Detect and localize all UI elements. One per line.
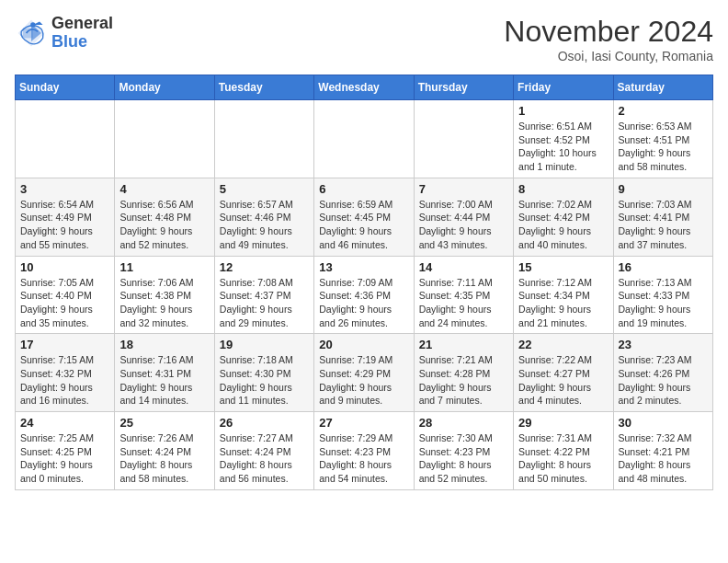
logo: General Blue <box>15 15 113 52</box>
calendar-cell: 11Sunrise: 7:06 AMSunset: 4:38 PMDayligh… <box>115 256 214 334</box>
day-info: Sunrise: 6:59 AMSunset: 4:45 PMDaylight:… <box>319 198 408 252</box>
day-number: 30 <box>619 416 708 430</box>
day-number: 26 <box>220 416 309 430</box>
day-number: 22 <box>518 338 608 351</box>
calendar-cell: 17Sunrise: 7:15 AMSunset: 4:32 PMDayligh… <box>16 334 115 412</box>
calendar-cell: 27Sunrise: 7:29 AMSunset: 4:23 PMDayligh… <box>314 412 414 490</box>
day-info: Sunrise: 7:16 AMSunset: 4:31 PMDaylight:… <box>119 353 209 408</box>
day-info: Sunrise: 7:31 AMSunset: 4:22 PMDaylight:… <box>518 431 608 486</box>
calendar-cell: 3Sunrise: 6:54 AMSunset: 4:49 PMDaylight… <box>16 178 115 256</box>
day-number: 29 <box>518 416 608 430</box>
calendar-cell: 4Sunrise: 6:56 AMSunset: 4:48 PMDaylight… <box>115 178 214 256</box>
day-number: 11 <box>119 260 209 274</box>
calendar-cell: 16Sunrise: 7:13 AMSunset: 4:33 PMDayligh… <box>613 256 712 334</box>
calendar-cell: 9Sunrise: 7:03 AMSunset: 4:41 PMDaylight… <box>613 178 712 256</box>
day-number: 16 <box>619 260 708 274</box>
day-number: 17 <box>20 338 109 351</box>
calendar-week-row: 24Sunrise: 7:25 AMSunset: 4:25 PMDayligh… <box>16 412 713 490</box>
calendar-cell: 15Sunrise: 7:12 AMSunset: 4:34 PMDayligh… <box>514 256 613 334</box>
calendar-cell: 25Sunrise: 7:26 AMSunset: 4:24 PMDayligh… <box>115 412 214 490</box>
day-number: 27 <box>319 416 408 430</box>
calendar-cell: 1Sunrise: 6:51 AMSunset: 4:52 PMDaylight… <box>514 100 613 178</box>
calendar-cell: 10Sunrise: 7:05 AMSunset: 4:40 PMDayligh… <box>16 256 115 334</box>
calendar-cell: 26Sunrise: 7:27 AMSunset: 4:24 PMDayligh… <box>214 412 313 490</box>
title-area: November 2024 Osoi, Iasi County, Romania <box>504 15 713 63</box>
weekday-header-thursday: Thursday <box>414 75 513 100</box>
page-header: General Blue November 2024 Osoi, Iasi Co… <box>15 15 713 63</box>
day-number: 3 <box>20 182 109 196</box>
day-number: 19 <box>220 338 309 351</box>
day-info: Sunrise: 7:00 AMSunset: 4:44 PMDaylight:… <box>419 198 508 252</box>
day-number: 8 <box>518 182 608 196</box>
calendar-week-row: 3Sunrise: 6:54 AMSunset: 4:49 PMDaylight… <box>16 178 713 256</box>
logo-blue-text: Blue <box>51 33 113 52</box>
calendar-cell: 23Sunrise: 7:23 AMSunset: 4:26 PMDayligh… <box>613 334 712 412</box>
calendar-cell: 2Sunrise: 6:53 AMSunset: 4:51 PMDaylight… <box>613 100 712 178</box>
weekday-header-tuesday: Tuesday <box>214 75 313 100</box>
day-info: Sunrise: 7:27 AMSunset: 4:24 PMDaylight:… <box>220 431 309 486</box>
day-number: 5 <box>220 182 309 196</box>
calendar-cell: 5Sunrise: 6:57 AMSunset: 4:46 PMDaylight… <box>214 178 313 256</box>
day-info: Sunrise: 7:19 AMSunset: 4:29 PMDaylight:… <box>319 353 408 408</box>
day-info: Sunrise: 7:15 AMSunset: 4:32 PMDaylight:… <box>20 353 109 408</box>
day-info: Sunrise: 6:53 AMSunset: 4:51 PMDaylight:… <box>619 120 708 174</box>
day-info: Sunrise: 7:06 AMSunset: 4:38 PMDaylight:… <box>119 276 209 330</box>
calendar-cell: 18Sunrise: 7:16 AMSunset: 4:31 PMDayligh… <box>115 334 214 412</box>
month-title: November 2024 <box>504 15 713 49</box>
calendar-week-row: 17Sunrise: 7:15 AMSunset: 4:32 PMDayligh… <box>16 334 713 412</box>
calendar-cell: 29Sunrise: 7:31 AMSunset: 4:22 PMDayligh… <box>514 412 613 490</box>
calendar-cell: 13Sunrise: 7:09 AMSunset: 4:36 PMDayligh… <box>314 256 414 334</box>
day-number: 23 <box>619 338 708 351</box>
calendar-cell <box>314 100 414 178</box>
day-info: Sunrise: 7:11 AMSunset: 4:35 PMDaylight:… <box>419 276 508 330</box>
calendar-cell: 6Sunrise: 6:59 AMSunset: 4:45 PMDaylight… <box>314 178 414 256</box>
day-info: Sunrise: 7:05 AMSunset: 4:40 PMDaylight:… <box>20 276 109 330</box>
day-number: 13 <box>319 260 408 274</box>
day-info: Sunrise: 7:21 AMSunset: 4:28 PMDaylight:… <box>419 353 508 408</box>
calendar-cell: 20Sunrise: 7:19 AMSunset: 4:29 PMDayligh… <box>314 334 414 412</box>
day-number: 1 <box>518 104 608 118</box>
day-info: Sunrise: 7:03 AMSunset: 4:41 PMDaylight:… <box>619 198 708 252</box>
calendar-week-row: 10Sunrise: 7:05 AMSunset: 4:40 PMDayligh… <box>16 256 713 334</box>
weekday-header-wednesday: Wednesday <box>314 75 414 100</box>
day-info: Sunrise: 6:54 AMSunset: 4:49 PMDaylight:… <box>20 198 109 252</box>
calendar-week-row: 1Sunrise: 6:51 AMSunset: 4:52 PMDaylight… <box>16 100 713 178</box>
day-number: 2 <box>619 104 708 118</box>
weekday-header-monday: Monday <box>115 75 214 100</box>
day-info: Sunrise: 6:57 AMSunset: 4:46 PMDaylight:… <box>220 198 309 252</box>
location-subtitle: Osoi, Iasi County, Romania <box>504 49 713 63</box>
calendar-cell: 12Sunrise: 7:08 AMSunset: 4:37 PMDayligh… <box>214 256 313 334</box>
day-info: Sunrise: 7:29 AMSunset: 4:23 PMDaylight:… <box>319 431 408 486</box>
day-info: Sunrise: 7:30 AMSunset: 4:23 PMDaylight:… <box>419 431 508 486</box>
day-info: Sunrise: 7:13 AMSunset: 4:33 PMDaylight:… <box>619 276 708 330</box>
day-number: 15 <box>518 260 608 274</box>
day-number: 10 <box>20 260 109 274</box>
calendar-cell <box>414 100 513 178</box>
day-info: Sunrise: 6:51 AMSunset: 4:52 PMDaylight:… <box>518 120 608 174</box>
calendar-table: SundayMondayTuesdayWednesdayThursdayFrid… <box>15 75 713 490</box>
weekday-header-sunday: Sunday <box>16 75 115 100</box>
day-info: Sunrise: 7:08 AMSunset: 4:37 PMDaylight:… <box>220 276 309 330</box>
day-number: 4 <box>119 182 209 196</box>
day-number: 14 <box>419 260 508 274</box>
calendar-cell <box>214 100 313 178</box>
day-info: Sunrise: 7:32 AMSunset: 4:21 PMDaylight:… <box>619 431 708 486</box>
day-number: 28 <box>419 416 508 430</box>
day-number: 9 <box>619 182 708 196</box>
day-info: Sunrise: 7:26 AMSunset: 4:24 PMDaylight:… <box>119 431 209 486</box>
calendar-cell: 19Sunrise: 7:18 AMSunset: 4:30 PMDayligh… <box>214 334 313 412</box>
day-number: 18 <box>119 338 209 351</box>
weekday-header-saturday: Saturday <box>613 75 712 100</box>
calendar-cell <box>115 100 214 178</box>
day-info: Sunrise: 6:56 AMSunset: 4:48 PMDaylight:… <box>119 198 209 252</box>
weekday-header-row: SundayMondayTuesdayWednesdayThursdayFrid… <box>16 75 713 100</box>
logo-icon <box>15 17 48 50</box>
day-info: Sunrise: 7:22 AMSunset: 4:27 PMDaylight:… <box>518 353 608 408</box>
calendar-cell: 30Sunrise: 7:32 AMSunset: 4:21 PMDayligh… <box>613 412 712 490</box>
calendar-cell: 14Sunrise: 7:11 AMSunset: 4:35 PMDayligh… <box>414 256 513 334</box>
calendar-header: SundayMondayTuesdayWednesdayThursdayFrid… <box>16 75 713 100</box>
logo-general-text: General <box>51 15 113 33</box>
day-number: 7 <box>419 182 508 196</box>
day-number: 12 <box>220 260 309 274</box>
day-number: 24 <box>20 416 109 430</box>
